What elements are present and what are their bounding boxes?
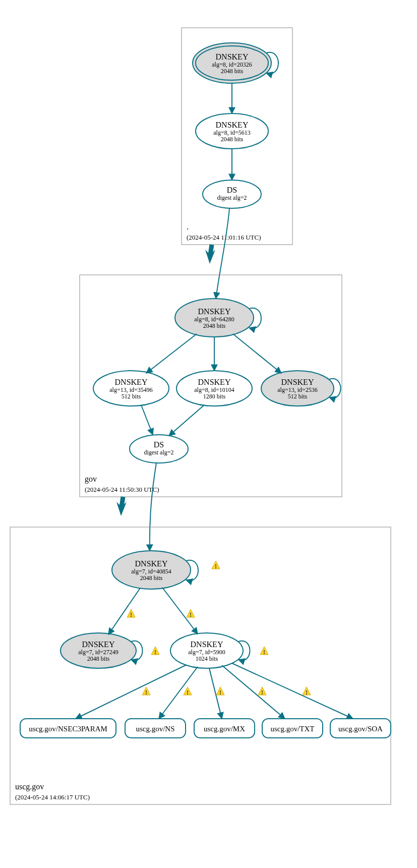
svg-text:2048 bits: 2048 bits (87, 655, 110, 662)
svg-text:!: ! (190, 611, 192, 618)
node-gov-k3: DNSKEY alg=13, id=2536 512 bits (261, 371, 341, 406)
svg-text:2048 bits: 2048 bits (203, 322, 226, 329)
zone-root-label: . (187, 222, 189, 231)
warning-icon: ! (184, 687, 192, 696)
warning-icon: ! (303, 687, 311, 696)
svg-text:2048 bits: 2048 bits (221, 68, 244, 75)
node-gov-k2: DNSKEY alg=8, id=10104 1280 bits (176, 371, 252, 406)
svg-text:2048 bits: 2048 bits (221, 136, 244, 143)
svg-text:!: ! (145, 689, 147, 696)
svg-text:alg=13, id=2536: alg=13, id=2536 (277, 386, 318, 393)
node-root-ksk: DNSKEY alg=8, id=20326 2048 bits (193, 43, 278, 83)
zone-gov: gov (2024-05-24 11:50:30 UTC) DNSKEY alg… (80, 275, 342, 497)
node-gov-ksk: DNSKEY alg=8, id=64280 2048 bits (175, 299, 261, 337)
svg-text:alg=8, id=5613: alg=8, id=5613 (213, 129, 251, 136)
svg-text:DNSKEY: DNSKEY (281, 378, 314, 386)
leaf-txt: uscg.gov/TXT (262, 719, 323, 738)
warning-icon: ! (216, 687, 224, 696)
zone-edge-root-to-gov (205, 245, 215, 264)
warning-icon: ! (127, 609, 135, 618)
svg-text:uscg.gov/NSEC3PARAM: uscg.gov/NSEC3PARAM (29, 725, 107, 733)
node-uscg-k2: DNSKEY alg=7, id=5900 1024 bits (170, 633, 250, 668)
warning-icon: ! (151, 647, 159, 656)
svg-text:alg=7, id=27249: alg=7, id=27249 (78, 649, 118, 656)
svg-text:!: ! (187, 689, 189, 696)
zone-uscg: uscg.gov (2024-05-24 14:06:17 UTC) DNSKE… (10, 527, 391, 804)
svg-text:digest alg=2: digest alg=2 (144, 449, 173, 456)
svg-text:DS: DS (154, 440, 164, 449)
dnssec-graph: . (2024-05-24 11:01:16 UTC) DNSKEY alg=8… (0, 0, 417, 868)
leaf-ns: uscg.gov/NS (125, 719, 186, 738)
zone-root-timestamp: (2024-05-24 11:01:16 UTC) (187, 234, 261, 241)
warning-icon: ! (260, 647, 268, 656)
svg-text:!: ! (261, 689, 263, 696)
warning-icon: ! (258, 687, 266, 696)
node-root-zsk: DNSKEY alg=8, id=5613 2048 bits (196, 113, 268, 149)
svg-text:uscg.gov/TXT: uscg.gov/TXT (270, 725, 314, 733)
svg-text:alg=8, id=10104: alg=8, id=10104 (194, 386, 234, 393)
node-gov-k1: DNSKEY alg=13, id=35496 512 bits (93, 371, 169, 406)
svg-text:1280 bits: 1280 bits (203, 393, 226, 400)
svg-text:!: ! (215, 563, 217, 570)
svg-text:!: ! (130, 611, 132, 618)
svg-text:alg=8, id=64280: alg=8, id=64280 (194, 316, 234, 323)
svg-text:DNSKEY: DNSKEY (191, 640, 223, 649)
svg-text:DNSKEY: DNSKEY (216, 121, 249, 129)
svg-text:alg=8, id=20326: alg=8, id=20326 (212, 61, 252, 68)
leaf-mx: uscg.gov/MX (194, 719, 255, 738)
svg-text:1024 bits: 1024 bits (196, 655, 218, 662)
zone-uscg-label: uscg.gov (15, 782, 44, 791)
svg-text:DNSKEY: DNSKEY (216, 52, 249, 61)
svg-text:uscg.gov/SOA: uscg.gov/SOA (338, 725, 383, 733)
zone-edge-gov-to-uscg (116, 497, 127, 516)
svg-text:2048 bits: 2048 bits (140, 574, 163, 582)
svg-text:DS: DS (227, 186, 237, 194)
svg-text:alg=7, id=40854: alg=7, id=40854 (131, 568, 171, 575)
svg-text:DNSKEY: DNSKEY (82, 640, 115, 649)
svg-text:!: ! (154, 649, 156, 656)
svg-text:DNSKEY: DNSKEY (135, 559, 168, 568)
leaf-nsec3param: uscg.gov/NSEC3PARAM (20, 719, 116, 738)
svg-text:!: ! (263, 649, 265, 656)
svg-text:512 bits: 512 bits (122, 393, 141, 400)
warning-icon: ! (142, 687, 150, 696)
node-gov-ds: DS digest alg=2 (130, 435, 188, 463)
leaf-soa: uscg.gov/SOA (330, 719, 391, 738)
node-uscg-ksk: DNSKEY alg=7, id=40854 2048 bits (112, 551, 198, 589)
zone-gov-label: gov (85, 475, 97, 484)
svg-text:DNSKEY: DNSKEY (198, 378, 231, 386)
warning-icon: ! (187, 609, 195, 618)
svg-text:digest alg=2: digest alg=2 (217, 194, 247, 201)
zone-gov-timestamp: (2024-05-24 11:50:30 UTC) (85, 486, 159, 493)
svg-text:DNSKEY: DNSKEY (115, 378, 148, 386)
node-uscg-k1: DNSKEY alg=7, id=27249 2048 bits (61, 633, 143, 668)
svg-text:alg=13, id=35496: alg=13, id=35496 (109, 386, 153, 393)
svg-text:!: ! (306, 689, 308, 696)
zone-root: . (2024-05-24 11:01:16 UTC) DNSKEY alg=8… (182, 28, 292, 245)
svg-text:512 bits: 512 bits (288, 393, 308, 400)
zone-uscg-timestamp: (2024-05-24 14:06:17 UTC) (15, 793, 90, 801)
svg-text:alg=7, id=5900: alg=7, id=5900 (188, 649, 225, 656)
leaf-row: uscg.gov/NSEC3PARAM uscg.gov/NS uscg.gov… (20, 719, 391, 738)
svg-text:DNSKEY: DNSKEY (198, 307, 231, 316)
warning-icon: ! (212, 561, 220, 570)
node-root-ds: DS digest alg=2 (203, 180, 261, 208)
svg-text:uscg.gov/MX: uscg.gov/MX (204, 725, 245, 733)
svg-text:!: ! (219, 689, 221, 696)
svg-text:uscg.gov/NS: uscg.gov/NS (136, 725, 174, 733)
